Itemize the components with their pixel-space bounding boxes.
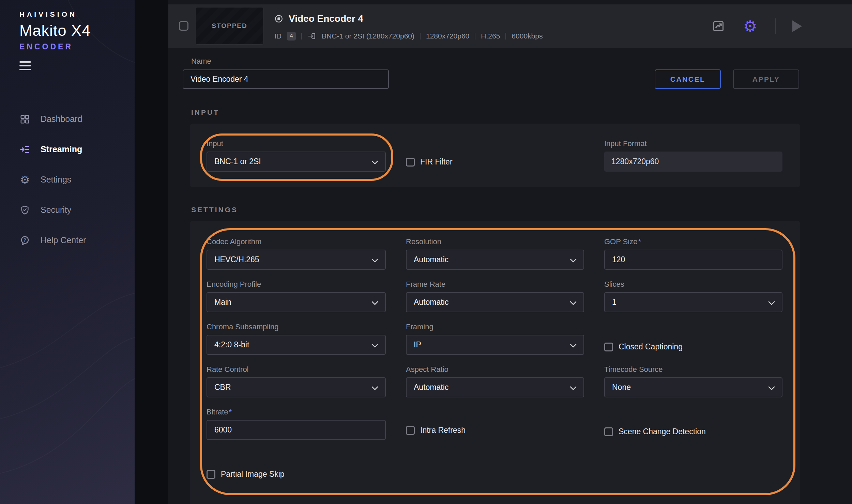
chevron-down-icon [371,301,378,305]
thumbnail-status-label: STOPPED [212,22,247,30]
codec-algorithm-field: Codec Algorithm HEVC/H.265 [207,237,386,270]
codec-algorithm-select[interactable]: HEVC/H.265 [207,250,386,270]
slices-select[interactable]: 1 [604,292,782,312]
divider [475,33,475,40]
encoding-profile-select[interactable]: Main [207,292,386,312]
intra-refresh-checkbox[interactable] [406,426,415,435]
scene-change-detection-checkbox[interactable] [604,427,613,436]
bitrate-field: Bitrate* [207,408,386,440]
apply-button[interactable]: APPLY [733,69,799,89]
intra-refresh-label: Intra Refresh [420,426,466,435]
timecode-source-field: Timecode Source None [604,365,782,397]
resolution-label: Resolution [406,237,584,246]
select-encoder-checkbox[interactable] [179,21,188,31]
sidebar-item-settings[interactable]: ⚙ Settings [0,164,135,195]
bitrate-input[interactable] [207,420,386,440]
codec-algorithm-label: Codec Algorithm [207,237,386,246]
fir-filter-checkbox-row[interactable]: FIR Filter [406,157,453,167]
partial-image-skip-checkbox[interactable] [207,470,215,479]
closed-captioning-checkbox[interactable] [604,343,613,351]
fir-filter-label: FIR Filter [420,157,453,167]
slices-label: Slices [604,280,782,289]
encoder-meta: ID 4 BNC-1 or 2SI (1280x720p60) 1280x720… [274,32,543,41]
fir-filter-checkbox[interactable] [406,158,415,167]
input-format-label: Input Format [604,139,782,148]
divider [775,18,776,34]
menu-toggle-icon[interactable] [19,61,32,73]
sidebar-item-streaming[interactable]: Streaming [0,134,135,164]
frame-rate-select[interactable]: Automatic [406,292,584,312]
partial-image-skip-label: Partial Image Skip [221,470,285,479]
sidebar-item-dashboard[interactable]: Dashboard [0,104,135,134]
framing-label: Framing [406,322,584,331]
slices-field: Slices 1 [604,280,782,312]
sidebar-item-label: Security [41,205,71,215]
codec-text: H.265 [481,32,500,40]
chroma-subsampling-label: Chroma Subsampling [207,322,386,331]
chevron-down-icon [570,301,577,305]
timecode-source-select[interactable]: None [604,377,782,397]
closed-captioning-checkbox-row[interactable]: Closed Captioning [604,342,683,351]
resolution-text: 1280x720p60 [426,32,469,40]
sidebar-nav: Dashboard Streaming ⚙ Settings [0,104,135,255]
timecode-source-value: None [612,383,631,392]
start-encoder-button[interactable] [791,19,803,33]
gop-size-input[interactable] [604,250,782,270]
chroma-subsampling-select[interactable]: 4:2:0 8-bit [207,335,386,355]
input-format-field: Input Format 1280x720p60 [604,139,782,172]
rate-control-select[interactable]: CBR [207,377,386,397]
aspect-ratio-select[interactable]: Automatic [406,377,584,397]
rate-control-field: Rate Control CBR [207,365,386,397]
divider [301,33,302,40]
play-icon [792,20,802,32]
chevron-down-icon [570,386,577,390]
framing-select[interactable]: IP [406,335,584,355]
gear-icon: ⚙ [743,18,757,34]
aspect-ratio-value: Automatic [414,383,448,392]
input-select[interactable]: BNC-1 or 2SI [207,152,386,172]
chroma-subsampling-field: Chroma Subsampling 4:2:0 8-bit [207,322,386,355]
id-label: ID [274,32,282,40]
name-input[interactable] [183,69,389,89]
partial-image-skip-checkbox-row[interactable]: Partial Image Skip [207,470,285,479]
frame-rate-field: Frame Rate Automatic [406,280,584,312]
input-label: Input [207,139,386,148]
encoder-settings-button[interactable]: ⚙ [742,18,759,35]
encoding-profile-value: Main [214,298,231,307]
help-bubble-icon: ? [19,235,30,246]
brand-block: HΛIVISION Makito X4 ENCODER [19,10,91,51]
resolution-value: Automatic [414,255,448,264]
sidebar-item-security[interactable]: Security [0,195,135,225]
preview-thumbnail[interactable]: STOPPED [196,7,263,45]
required-mark: * [229,408,232,416]
frame-rate-label: Frame Rate [406,280,584,289]
resolution-select[interactable]: Automatic [406,250,584,270]
sidebar-item-label: Help Center [41,235,86,245]
svg-text:?: ? [24,237,26,242]
bitrate-text: 6000kbps [512,32,543,40]
chroma-subsampling-value: 4:2:0 8-bit [214,340,249,349]
streaming-icon [19,144,30,155]
sidebar-item-label: Settings [41,175,71,185]
scene-change-detection-checkbox-row[interactable]: Scene Change Detection [604,427,706,436]
settings-section-title: SETTINGS [191,206,238,214]
cancel-button[interactable]: CANCEL [655,69,721,89]
gop-size-label: GOP Size* [604,237,782,246]
framing-value: IP [414,340,421,349]
chevron-down-icon [570,344,577,348]
intra-refresh-checkbox-row[interactable]: Intra Refresh [406,426,466,435]
frame-rate-value: Automatic [414,298,448,307]
input-card: Input BNC-1 or 2SI FIR Filter Input Form… [190,124,800,187]
framing-field: Framing IP [406,322,584,355]
encoding-profile-field: Encoding Profile Main [207,280,386,312]
input-section-title: INPUT [191,108,219,116]
gop-size-field: GOP Size* [604,237,782,270]
codec-algorithm-value: HEVC/H.265 [214,255,259,264]
shield-icon [19,205,30,216]
sidebar-item-help-center[interactable]: ? Help Center [0,225,135,255]
timecode-source-label: Timecode Source [604,365,782,374]
product-name: Makito X4 [19,22,91,40]
statistics-button[interactable] [712,19,725,33]
id-badge: 4 [287,32,296,41]
bitrate-label: Bitrate* [207,408,386,416]
